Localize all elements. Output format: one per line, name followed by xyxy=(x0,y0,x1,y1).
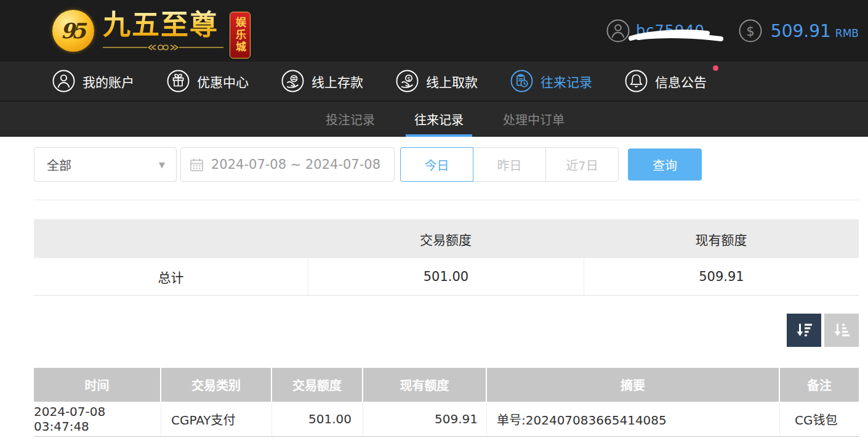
type-filter-value: 全部 xyxy=(47,156,71,174)
balance-currency: RMB xyxy=(835,22,859,39)
records-header-row: 时间 交易类别 交易额度 现有额度 摘要 备注 xyxy=(34,368,859,402)
quick-yesterday-button[interactable]: 昨日 xyxy=(473,147,546,182)
nav-label: 往来记录 xyxy=(540,72,592,91)
quick-today-button[interactable]: 今日 xyxy=(400,147,473,182)
bell-icon xyxy=(625,70,648,92)
summary-header-row: 交易额度 现有额度 xyxy=(34,219,859,258)
filter-bar: 全部 ▼ 2024-07-08 ~ 2024-07-08 今日 昨日 近7日 查… xyxy=(34,147,859,182)
nav-label: 线上存款 xyxy=(311,72,363,91)
date-range-value: 2024-07-08 ~ 2024-07-08 xyxy=(211,157,380,172)
summary-total-row: 总计 501.00 509.91 xyxy=(34,258,859,296)
balance-dollar-icon: $ xyxy=(739,19,762,43)
cell-type: CGPAY支付 xyxy=(161,402,272,436)
summary-balance-total: 509.91 xyxy=(584,258,859,295)
svg-text:$: $ xyxy=(407,76,411,82)
summary-transaction-total: 501.00 xyxy=(308,258,584,295)
nav-item-my-account[interactable]: 我的账户 xyxy=(52,70,134,92)
nav-label: 优惠中心 xyxy=(197,72,249,91)
logo-flourish-icon xyxy=(103,43,223,52)
main-nav: 我的账户 优惠中心 线上存款 xyxy=(0,62,868,100)
tab-transaction-records[interactable]: 往来记录 xyxy=(411,102,467,137)
records-icon xyxy=(510,70,533,92)
nav-item-records[interactable]: 往来记录 xyxy=(510,70,592,92)
sort-descending-button[interactable] xyxy=(787,314,821,347)
records-table: 时间 交易类别 交易额度 现有额度 摘要 备注 2024-07-08 03:47… xyxy=(34,368,859,437)
summary-header-balance: 现有额度 xyxy=(584,230,859,248)
cell-amount: 501.00 xyxy=(272,402,363,436)
tab-processing-orders[interactable]: 处理中订单 xyxy=(499,102,568,137)
cell-note: CG钱包 xyxy=(780,402,859,436)
account-icon xyxy=(52,70,75,92)
col-header-amount: 交易额度 xyxy=(272,368,363,402)
col-header-summary: 摘要 xyxy=(487,368,780,402)
nav-item-promotions[interactable]: 优惠中心 xyxy=(167,70,249,92)
tab-betting-records[interactable]: 投注记录 xyxy=(322,102,379,137)
sort-ascending-icon xyxy=(832,321,851,339)
chevron-down-icon: ▼ xyxy=(159,160,165,169)
col-header-note: 备注 xyxy=(780,368,859,402)
balance-amount: 509.91 xyxy=(771,21,831,41)
date-range-input[interactable]: 2024-07-08 ~ 2024-07-08 xyxy=(180,147,395,182)
divider xyxy=(34,200,859,200)
user-icon xyxy=(606,19,630,43)
table-row: 2024-07-08 03:47:48 CGPAY支付 501.00 509.9… xyxy=(34,402,859,437)
logo-coin-icon: 95 xyxy=(52,10,94,52)
summary-total-label: 总计 xyxy=(34,267,308,286)
username[interactable]: bc75940 xyxy=(636,22,705,39)
site-logo[interactable]: 95 九五至尊 娱乐城 xyxy=(52,4,251,59)
deposit-icon xyxy=(281,70,304,92)
nav-item-deposit[interactable]: 线上存款 xyxy=(281,70,363,92)
site-header: 95 九五至尊 娱乐城 bc75940 xyxy=(0,0,868,62)
summary-header-transaction: 交易额度 xyxy=(308,230,584,248)
user-area: bc75940 $ 509.91 RMB xyxy=(606,19,859,43)
summary-table: 交易额度 现有额度 总计 501.00 509.91 xyxy=(34,219,859,296)
logo-coin-text: 95 xyxy=(60,18,86,43)
quick-range-group: 今日 昨日 近7日 xyxy=(400,147,619,182)
nav-label: 信息公告 xyxy=(655,72,707,91)
cell-summary: 单号:202407083665414085 xyxy=(487,402,780,436)
notification-dot xyxy=(713,65,718,71)
quick-last7days-button[interactable]: 近7日 xyxy=(545,147,619,182)
sort-descending-icon xyxy=(795,321,813,339)
cell-time: 2024-07-08 03:47:48 xyxy=(34,402,161,436)
calendar-icon xyxy=(190,158,204,172)
search-button[interactable]: 查询 xyxy=(628,148,702,181)
record-tabs-bar: 投注记录 往来记录 处理中订单 xyxy=(0,100,868,137)
sort-controls xyxy=(34,314,859,347)
nav-item-announcements[interactable]: 信息公告 xyxy=(625,70,707,92)
gift-icon xyxy=(167,70,190,92)
brand-title: 九五至尊 xyxy=(103,10,223,41)
col-header-time: 时间 xyxy=(34,368,161,402)
withdraw-icon: $ xyxy=(396,70,419,92)
username-wrap: bc75940 xyxy=(636,22,705,39)
brand-block: 九五至尊 xyxy=(103,10,223,52)
nav-item-withdraw[interactable]: $ 线上取款 xyxy=(396,70,478,92)
svg-text:$: $ xyxy=(746,24,754,39)
cell-balance: 509.91 xyxy=(363,402,487,436)
col-header-type: 交易类别 xyxy=(161,368,272,402)
brand-subtitle-badge: 娱乐城 xyxy=(230,12,251,59)
sort-ascending-button[interactable] xyxy=(824,314,859,347)
nav-label: 我的账户 xyxy=(82,72,134,91)
nav-label: 线上取款 xyxy=(426,72,478,91)
col-header-balance: 现有额度 xyxy=(363,368,487,402)
type-filter-select[interactable]: 全部 ▼ xyxy=(34,147,177,182)
